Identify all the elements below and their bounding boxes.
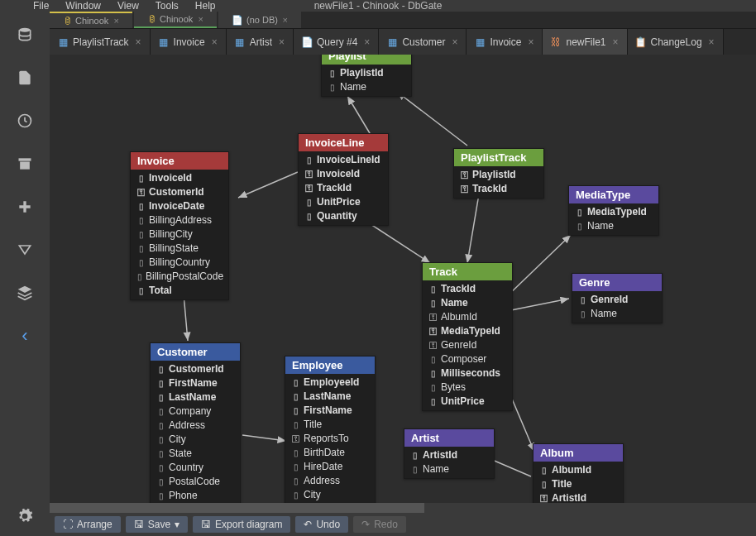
entity-invoiceline[interactable]: InvoiceLine▯InvoiceLineId⚿InvoiceId⚿Trac… bbox=[298, 133, 389, 226]
close-icon[interactable]: × bbox=[528, 36, 534, 48]
entity-header[interactable]: Invoice bbox=[131, 152, 228, 170]
entity-header[interactable]: Track bbox=[423, 263, 512, 280]
entity-header[interactable]: Customer bbox=[151, 343, 240, 361]
column-genreid[interactable]: ▯GenreId bbox=[572, 293, 662, 307]
close-icon[interactable]: × bbox=[452, 36, 457, 48]
tab-changelog[interactable]: 📋ChangeLog× bbox=[628, 29, 724, 55]
tab-invoice[interactable]: ▦Invoice× bbox=[151, 29, 227, 55]
column-invoiceid[interactable]: ⚿InvoiceId bbox=[299, 167, 388, 181]
column-customerid[interactable]: ▯CustomerId bbox=[151, 362, 240, 376]
column-firstname[interactable]: ▯FirstName bbox=[151, 376, 240, 390]
column-albumid[interactable]: ▯AlbumId bbox=[534, 463, 623, 477]
triangle-down-icon[interactable] bbox=[15, 240, 35, 260]
entity-header[interactable]: Employee bbox=[285, 357, 375, 374]
column-invoicelineid[interactable]: ▯InvoiceLineId bbox=[299, 153, 388, 167]
column-milliseconds[interactable]: ▯Milliseconds bbox=[423, 366, 512, 380]
close-icon[interactable]: × bbox=[199, 14, 203, 24]
column-trackid[interactable]: ▯TrackId bbox=[423, 282, 512, 296]
column-customerid[interactable]: ⚿CustomerId bbox=[131, 185, 228, 199]
tab-invoice[interactable]: ▦Invoice× bbox=[467, 29, 543, 55]
column-total[interactable]: ▯Total bbox=[131, 284, 228, 298]
column-title[interactable]: ▯Title bbox=[285, 418, 375, 432]
column-mediatypeid[interactable]: ⚿MediaTypeId bbox=[423, 324, 512, 338]
entity-playlist[interactable]: Playlist▯PlaylistId▯Name bbox=[321, 55, 412, 97]
close-icon[interactable]: × bbox=[709, 36, 715, 48]
column-name[interactable]: ▯Name bbox=[404, 462, 494, 476]
column-title[interactable]: ▯Title bbox=[534, 477, 623, 491]
column-billingaddress[interactable]: ▯BillingAddress bbox=[131, 213, 228, 227]
close-icon[interactable]: × bbox=[212, 36, 218, 48]
column-name[interactable]: ▯Name bbox=[572, 307, 662, 321]
connection-tab-2[interactable]: 📄(no DB)× bbox=[218, 12, 301, 28]
redo-button[interactable]: ↷Redo bbox=[353, 516, 406, 533]
layers-icon[interactable] bbox=[15, 283, 35, 303]
column-playlistid[interactable]: ▯PlaylistId bbox=[322, 66, 411, 80]
column-address[interactable]: ▯Address bbox=[285, 474, 375, 488]
column-postalcode[interactable]: ▯PostalCode bbox=[151, 475, 240, 489]
column-lastname[interactable]: ▯LastName bbox=[285, 390, 375, 404]
column-trackid[interactable]: ⚿TrackId bbox=[454, 182, 543, 196]
menu-window[interactable]: Window bbox=[65, 0, 101, 12]
entity-playlisttrack[interactable]: PlaylistTrack⚿PlaylistId⚿TrackId bbox=[453, 148, 544, 199]
close-icon[interactable]: × bbox=[612, 36, 618, 48]
column-country[interactable]: ▯Country bbox=[151, 461, 240, 475]
undo-button[interactable]: ↶Undo bbox=[295, 516, 348, 533]
menu-tools[interactable]: Tools bbox=[156, 0, 179, 12]
column-invoiceid[interactable]: ▯InvoiceId bbox=[131, 171, 228, 185]
entity-header[interactable]: MediaType bbox=[569, 186, 658, 203]
entity-header[interactable]: Artist bbox=[404, 429, 494, 447]
column-hiredate[interactable]: ▯HireDate bbox=[285, 460, 375, 474]
menu-file[interactable]: File bbox=[33, 0, 49, 12]
arrange-button[interactable]: ⛶Arrange bbox=[55, 516, 121, 533]
column-reportsto[interactable]: ⚿ReportsTo bbox=[285, 432, 375, 446]
close-icon[interactable]: × bbox=[114, 16, 119, 26]
tab-playlisttrack[interactable]: ▦PlaylistTrack× bbox=[50, 29, 151, 55]
entity-invoice[interactable]: Invoice▯InvoiceId⚿CustomerId▯InvoiceDate… bbox=[130, 151, 229, 300]
column-name[interactable]: ▯Name bbox=[569, 219, 658, 233]
column-trackid[interactable]: ⚿TrackId bbox=[299, 181, 388, 195]
file-icon[interactable] bbox=[15, 68, 35, 88]
tab-query4[interactable]: 📄Query #4× bbox=[294, 29, 379, 55]
column-composer[interactable]: ▯Composer bbox=[423, 352, 512, 366]
column-company[interactable]: ▯Company bbox=[151, 404, 240, 419]
column-artistid[interactable]: ▯ArtistId bbox=[404, 448, 494, 462]
column-invoicedate[interactable]: ▯InvoiceDate bbox=[131, 199, 228, 213]
close-icon[interactable]: × bbox=[283, 15, 288, 25]
column-unitprice[interactable]: ▯UnitPrice bbox=[299, 195, 388, 209]
column-billingpostalcode[interactable]: ▯BillingPostalCode bbox=[131, 270, 228, 284]
column-city[interactable]: ▯City bbox=[151, 433, 240, 447]
close-icon[interactable]: × bbox=[364, 36, 370, 48]
database-icon[interactable] bbox=[15, 25, 35, 45]
entity-header[interactable]: Genre bbox=[572, 274, 662, 291]
connection-tab-1[interactable]: 🛢Chinook× bbox=[134, 12, 217, 28]
column-mediatypeid[interactable]: ▯MediaTypeId bbox=[569, 205, 658, 219]
export-diagram-button[interactable]: 🖫Export diagram bbox=[193, 516, 290, 533]
connection-tab-0[interactable]: 🛢Chinook× bbox=[50, 12, 132, 28]
column-birthdate[interactable]: ▯BirthDate bbox=[285, 446, 375, 460]
entity-header[interactable]: Album bbox=[534, 444, 623, 462]
entity-header[interactable]: Playlist bbox=[322, 55, 411, 65]
history-icon[interactable] bbox=[15, 111, 35, 131]
entity-header[interactable]: InvoiceLine bbox=[299, 134, 388, 151]
entity-track[interactable]: Track▯TrackId▯Name⚿AlbumId⚿MediaTypeId⚿G… bbox=[422, 262, 513, 411]
column-playlistid[interactable]: ⚿PlaylistId bbox=[454, 168, 543, 182]
column-name[interactable]: ▯Name bbox=[322, 80, 411, 94]
entity-album[interactable]: Album▯AlbumId▯Title⚿ArtistId bbox=[533, 443, 624, 508]
chevron-left-icon[interactable]: ‹ bbox=[15, 326, 35, 346]
column-firstname[interactable]: ▯FirstName bbox=[285, 404, 375, 418]
column-billingstate[interactable]: ▯BillingState bbox=[131, 242, 228, 256]
menu-view[interactable]: View bbox=[117, 0, 139, 12]
column-lastname[interactable]: ▯LastName bbox=[151, 390, 240, 404]
entity-employee[interactable]: Employee▯EmployeeId▯LastName▯FirstName▯T… bbox=[285, 356, 376, 513]
column-address[interactable]: ▯Address bbox=[151, 419, 240, 433]
close-icon[interactable]: × bbox=[136, 36, 141, 48]
save-button[interactable]: 🖫Save▾ bbox=[126, 516, 188, 533]
diagram-canvas[interactable]: Playlist▯PlaylistId▯NameInvoiceLine▯Invo… bbox=[50, 55, 756, 513]
column-billingcountry[interactable]: ▯BillingCountry bbox=[131, 256, 228, 270]
entity-artist[interactable]: Artist▯ArtistId▯Name bbox=[404, 428, 495, 479]
column-unitprice[interactable]: ▯UnitPrice bbox=[423, 395, 512, 409]
column-billingcity[interactable]: ▯BillingCity bbox=[131, 227, 228, 242]
column-quantity[interactable]: ▯Quantity bbox=[299, 209, 388, 223]
column-employeeid[interactable]: ▯EmployeeId bbox=[285, 376, 375, 390]
tab-newfile1[interactable]: ⛓newFile1× bbox=[543, 29, 627, 55]
